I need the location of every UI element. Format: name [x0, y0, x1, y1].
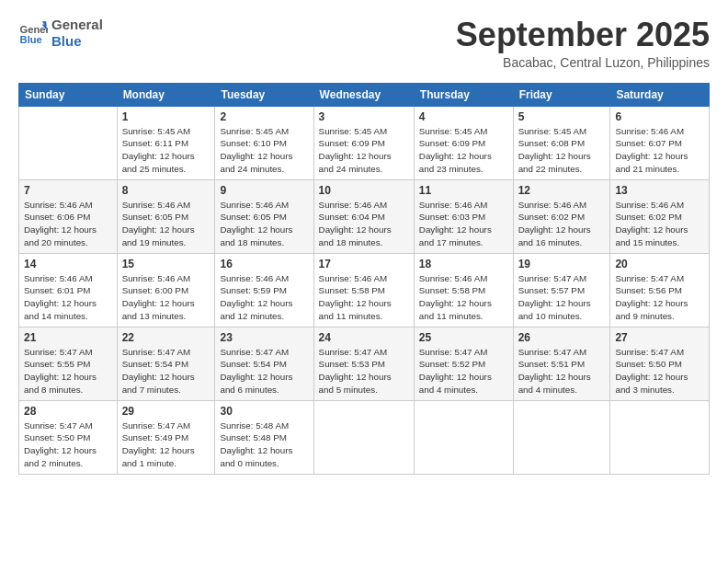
day-info: Sunrise: 5:46 AMSunset: 6:03 PMDaylight:… — [419, 199, 508, 249]
col-header-sunday: Sunday — [19, 83, 118, 106]
day-number: 7 — [24, 184, 112, 197]
day-number: 13 — [615, 184, 704, 197]
day-info: Sunrise: 5:47 AMSunset: 5:50 PMDaylight:… — [615, 346, 704, 396]
col-header-thursday: Thursday — [414, 83, 513, 106]
calendar-cell: 14Sunrise: 5:46 AMSunset: 6:01 PMDayligh… — [19, 253, 118, 327]
day-info: Sunrise: 5:46 AMSunset: 6:01 PMDaylight:… — [24, 272, 112, 323]
calendar-cell: 26Sunrise: 5:47 AMSunset: 5:51 PMDayligh… — [513, 327, 610, 400]
day-info: Sunrise: 5:46 AMSunset: 6:05 PMDaylight:… — [122, 199, 210, 249]
day-info: Sunrise: 5:45 AMSunset: 6:10 PMDaylight:… — [220, 125, 308, 176]
day-number: 19 — [518, 258, 606, 270]
calendar-cell: 27Sunrise: 5:47 AMSunset: 5:50 PMDayligh… — [610, 327, 710, 400]
location-subtitle: Bacabac, Central Luzon, Philippines — [456, 55, 710, 70]
svg-text:Blue: Blue — [20, 34, 42, 45]
calendar-cell: 15Sunrise: 5:46 AMSunset: 6:00 PMDayligh… — [117, 253, 215, 327]
calendar-cell: 25Sunrise: 5:47 AMSunset: 5:52 PMDayligh… — [414, 327, 513, 400]
day-info: Sunrise: 5:46 AMSunset: 6:02 PMDaylight:… — [615, 199, 704, 249]
day-info: Sunrise: 5:45 AMSunset: 6:11 PMDaylight:… — [122, 125, 210, 176]
col-header-friday: Friday — [513, 83, 610, 106]
day-number: 26 — [518, 331, 606, 344]
calendar-cell: 3Sunrise: 5:45 AMSunset: 6:09 PMDaylight… — [313, 106, 414, 179]
day-info: Sunrise: 5:46 AMSunset: 5:58 PMDaylight:… — [319, 272, 409, 323]
day-number: 16 — [220, 258, 308, 270]
day-info: Sunrise: 5:46 AMSunset: 6:04 PMDaylight:… — [319, 199, 409, 249]
day-number: 11 — [419, 184, 508, 197]
day-number: 22 — [122, 331, 210, 344]
day-number: 2 — [220, 110, 308, 123]
calendar-cell: 17Sunrise: 5:46 AMSunset: 5:58 PMDayligh… — [313, 253, 414, 327]
col-header-saturday: Saturday — [610, 83, 710, 106]
day-info: Sunrise: 5:46 AMSunset: 6:06 PMDaylight:… — [24, 199, 112, 249]
week-row-2: 7Sunrise: 5:46 AMSunset: 6:06 PMDaylight… — [19, 179, 710, 253]
calendar-cell: 5Sunrise: 5:45 AMSunset: 6:08 PMDaylight… — [513, 106, 610, 179]
calendar-cell — [313, 400, 414, 474]
day-info: Sunrise: 5:46 AMSunset: 6:05 PMDaylight:… — [220, 199, 308, 249]
calendar-cell: 6Sunrise: 5:46 AMSunset: 6:07 PMDaylight… — [610, 106, 710, 179]
calendar-cell: 16Sunrise: 5:46 AMSunset: 5:59 PMDayligh… — [215, 253, 313, 327]
week-row-1: 1Sunrise: 5:45 AMSunset: 6:11 PMDaylight… — [19, 106, 710, 179]
day-info: Sunrise: 5:45 AMSunset: 6:08 PMDaylight:… — [518, 125, 606, 176]
day-number: 27 — [615, 331, 704, 344]
calendar-cell: 8Sunrise: 5:46 AMSunset: 6:05 PMDaylight… — [117, 179, 215, 253]
calendar-cell: 13Sunrise: 5:46 AMSunset: 6:02 PMDayligh… — [610, 179, 710, 253]
day-info: Sunrise: 5:46 AMSunset: 5:59 PMDaylight:… — [220, 272, 308, 323]
day-number: 21 — [24, 331, 112, 344]
day-number: 6 — [615, 110, 704, 123]
day-number: 28 — [24, 405, 112, 418]
day-info: Sunrise: 5:47 AMSunset: 5:52 PMDaylight:… — [419, 346, 508, 396]
calendar-cell: 11Sunrise: 5:46 AMSunset: 6:03 PMDayligh… — [414, 179, 513, 253]
calendar-header-row: SundayMondayTuesdayWednesdayThursdayFrid… — [19, 83, 710, 106]
day-number: 4 — [419, 110, 508, 123]
day-info: Sunrise: 5:46 AMSunset: 5:58 PMDaylight:… — [419, 272, 508, 323]
calendar-cell: 18Sunrise: 5:46 AMSunset: 5:58 PMDayligh… — [414, 253, 513, 327]
day-info: Sunrise: 5:47 AMSunset: 5:57 PMDaylight:… — [518, 272, 606, 323]
day-info: Sunrise: 5:46 AMSunset: 6:07 PMDaylight:… — [615, 125, 704, 176]
header: General Blue General Blue September 2025… — [18, 17, 710, 70]
calendar-cell: 23Sunrise: 5:47 AMSunset: 5:54 PMDayligh… — [215, 327, 313, 400]
calendar-cell: 29Sunrise: 5:47 AMSunset: 5:49 PMDayligh… — [117, 400, 215, 474]
calendar-cell: 4Sunrise: 5:45 AMSunset: 6:09 PMDaylight… — [414, 106, 513, 179]
page: General Blue General Blue September 2025… — [0, 0, 728, 563]
calendar-cell: 20Sunrise: 5:47 AMSunset: 5:56 PMDayligh… — [610, 253, 710, 327]
calendar-cell: 1Sunrise: 5:45 AMSunset: 6:11 PMDaylight… — [117, 106, 215, 179]
day-number: 30 — [220, 405, 308, 418]
logo-icon: General Blue — [18, 18, 48, 48]
day-info: Sunrise: 5:46 AMSunset: 6:00 PMDaylight:… — [122, 272, 210, 323]
day-number: 25 — [419, 331, 508, 344]
day-number: 14 — [24, 258, 112, 270]
day-info: Sunrise: 5:47 AMSunset: 5:55 PMDaylight:… — [24, 346, 112, 396]
calendar-cell: 2Sunrise: 5:45 AMSunset: 6:10 PMDaylight… — [215, 106, 313, 179]
calendar-cell: 19Sunrise: 5:47 AMSunset: 5:57 PMDayligh… — [513, 253, 610, 327]
day-number: 20 — [615, 258, 704, 270]
calendar-cell: 10Sunrise: 5:46 AMSunset: 6:04 PMDayligh… — [313, 179, 414, 253]
calendar-cell: 22Sunrise: 5:47 AMSunset: 5:54 PMDayligh… — [117, 327, 215, 400]
day-number: 3 — [319, 110, 409, 123]
day-number: 29 — [122, 405, 210, 418]
logo-text-general: General — [51, 17, 103, 33]
logo-text-blue: Blue — [51, 33, 103, 50]
col-header-monday: Monday — [117, 83, 215, 106]
calendar-cell: 28Sunrise: 5:47 AMSunset: 5:50 PMDayligh… — [19, 400, 118, 474]
week-row-4: 21Sunrise: 5:47 AMSunset: 5:55 PMDayligh… — [19, 327, 710, 400]
calendar-cell — [19, 106, 118, 179]
day-info: Sunrise: 5:47 AMSunset: 5:56 PMDaylight:… — [615, 272, 704, 323]
day-number: 18 — [419, 258, 508, 270]
day-info: Sunrise: 5:47 AMSunset: 5:51 PMDaylight:… — [518, 346, 606, 396]
col-header-tuesday: Tuesday — [215, 83, 313, 106]
day-number: 9 — [220, 184, 308, 197]
day-info: Sunrise: 5:45 AMSunset: 6:09 PMDaylight:… — [419, 125, 508, 176]
day-number: 17 — [319, 258, 409, 270]
calendar-cell — [513, 400, 610, 474]
day-info: Sunrise: 5:46 AMSunset: 6:02 PMDaylight:… — [518, 199, 606, 249]
title-block: September 2025 Bacabac, Central Luzon, P… — [456, 17, 710, 70]
calendar-cell: 30Sunrise: 5:48 AMSunset: 5:48 PMDayligh… — [215, 400, 313, 474]
day-number: 12 — [518, 184, 606, 197]
day-info: Sunrise: 5:45 AMSunset: 6:09 PMDaylight:… — [319, 125, 409, 176]
calendar-cell: 7Sunrise: 5:46 AMSunset: 6:06 PMDaylight… — [19, 179, 118, 253]
day-number: 5 — [518, 110, 606, 123]
day-number: 8 — [122, 184, 210, 197]
logo: General Blue General Blue — [18, 17, 103, 50]
day-info: Sunrise: 5:48 AMSunset: 5:48 PMDaylight:… — [220, 419, 308, 470]
day-number: 10 — [319, 184, 409, 197]
calendar-cell — [610, 400, 710, 474]
